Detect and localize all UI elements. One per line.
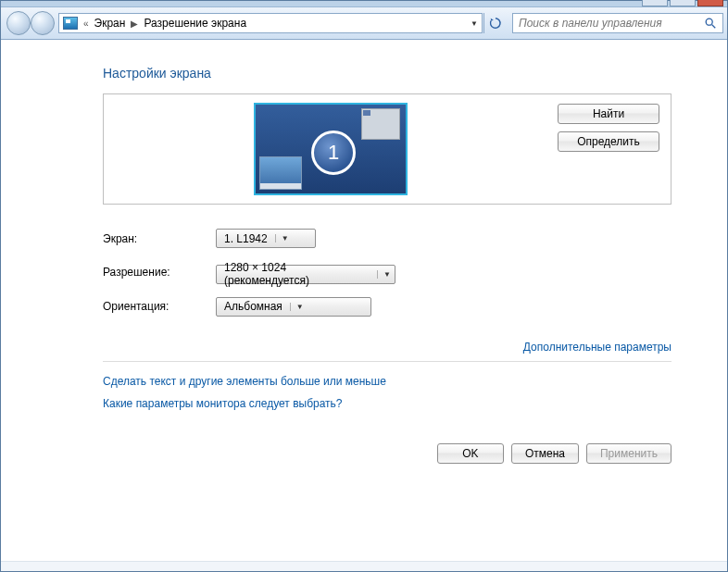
search-placeholder: Поиск в панели управления — [519, 17, 662, 30]
preview-center: 1 — [115, 102, 546, 196]
forward-button[interactable] — [31, 11, 55, 35]
chevron-down-icon: ▼ — [275, 234, 289, 242]
dialog-buttons: OK Отмена Применить — [103, 443, 672, 464]
breadcrumb-part-1[interactable]: Экран — [94, 17, 126, 30]
detect-button[interactable]: Найти — [558, 104, 659, 124]
monitor-preview[interactable]: 1 — [254, 103, 408, 195]
back-button[interactable] — [6, 11, 31, 35]
advanced-link-row: Дополнительные параметры — [103, 341, 672, 354]
address-bar[interactable]: « Экран ▶ Разрешение экрана ▼ — [58, 13, 483, 33]
refresh-icon — [489, 17, 502, 30]
refresh-button[interactable] — [483, 13, 507, 33]
svg-point-0 — [706, 19, 712, 25]
help-links: Сделать текст и другие элементы больше и… — [103, 375, 672, 410]
content-area: Настройки экрана 1 Найти Определить Экра… — [1, 40, 727, 561]
page-title: Настройки экрана — [103, 66, 672, 81]
chevron-right-icon: ▶ — [131, 19, 138, 29]
close-button[interactable] — [697, 0, 723, 6]
settings-form: Экран: 1. L1942 ▼ Разрешение: 1280 × 102… — [103, 229, 672, 317]
display-preview-box: 1 Найти Определить — [103, 93, 672, 205]
resolution-value: 1280 × 1024 (рекомендуется) — [224, 261, 370, 287]
address-wrap: « Экран ▶ Разрешение экрана ▼ Поиск в па… — [58, 13, 723, 33]
monitor-number-badge: 1 — [311, 131, 356, 175]
preview-side-buttons: Найти Определить — [558, 102, 659, 152]
svg-line-1 — [712, 25, 716, 29]
mini-window-icon — [361, 108, 400, 140]
minimize-button[interactable] — [642, 0, 668, 6]
chevron-down-icon: ▼ — [377, 270, 391, 279]
which-monitor-link[interactable]: Какие параметры монитора следует выбрать… — [103, 397, 672, 410]
search-icon — [704, 17, 717, 30]
display-value: 1. L1942 — [224, 232, 268, 245]
orientation-value: Альбомная — [224, 300, 282, 313]
resolution-label: Разрешение: — [103, 266, 216, 279]
window: « Экран ▶ Разрешение экрана ▼ Поиск в па… — [0, 0, 728, 572]
mini-desktop-icon — [259, 156, 302, 190]
titlebar — [1, 1, 727, 7]
address-dropdown-icon[interactable]: ▼ — [471, 19, 478, 28]
advanced-settings-link[interactable]: Дополнительные параметры — [523, 341, 672, 354]
chevron-down-icon: ▼ — [290, 303, 304, 311]
ok-button[interactable]: OK — [437, 443, 504, 464]
orientation-select[interactable]: Альбомная ▼ — [216, 297, 371, 317]
maximize-button[interactable] — [670, 0, 696, 6]
control-panel-icon — [63, 17, 78, 30]
window-controls — [642, 0, 723, 6]
navigation-bar: « Экран ▶ Разрешение экрана ▼ Поиск в па… — [1, 7, 727, 40]
breadcrumb-prefix: « — [83, 19, 89, 29]
search-input[interactable]: Поиск в панели управления — [512, 13, 723, 33]
identify-button[interactable]: Определить — [558, 131, 659, 152]
separator — [103, 361, 672, 362]
breadcrumb-part-2[interactable]: Разрешение экрана — [144, 17, 246, 30]
apply-button[interactable]: Применить — [586, 443, 672, 464]
orientation-label: Ориентация: — [103, 300, 216, 313]
text-size-link[interactable]: Сделать текст и другие элементы больше и… — [103, 375, 672, 388]
status-bar — [1, 561, 727, 571]
cancel-button[interactable]: Отмена — [511, 443, 579, 464]
display-select[interactable]: 1. L1942 ▼ — [216, 229, 316, 248]
display-label: Экран: — [103, 232, 216, 245]
resolution-select[interactable]: 1280 × 1024 (рекомендуется) ▼ — [216, 265, 395, 284]
